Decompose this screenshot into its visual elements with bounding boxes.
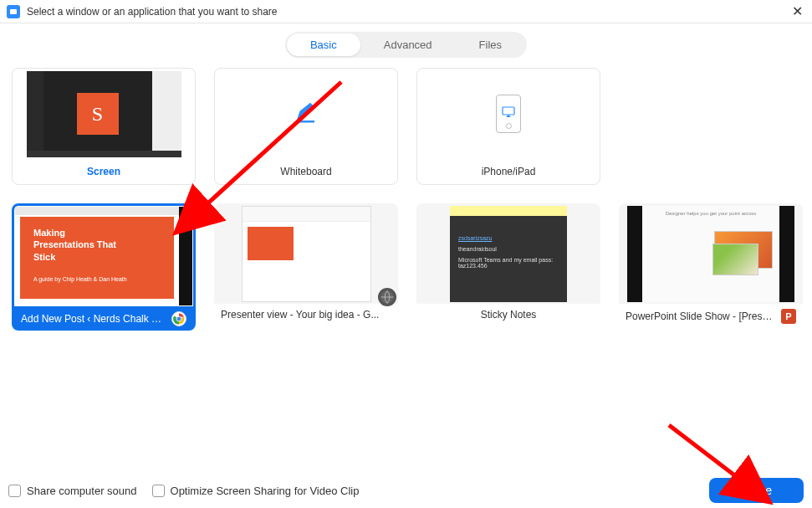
share-sound-checkbox[interactable]: Share computer sound [8, 485, 137, 497]
presenter-window-label: Presenter view - Your big idea - G... [214, 304, 398, 326]
tab-files[interactable]: Files [456, 33, 525, 56]
share-option-powerpoint-window[interactable]: Designer helps you get your point across… [619, 203, 803, 331]
share-option-chrome-window[interactable]: Making Presentations That Stick A guide … [12, 203, 196, 331]
close-button[interactable]: ✕ [789, 3, 805, 20]
airplay-icon [502, 106, 515, 121]
tab-bar: Basic Advanced Files [0, 23, 812, 68]
sticky-window-label: Sticky Notes [416, 304, 600, 326]
zoom-app-icon [7, 5, 20, 18]
chrome-window-label: Add New Post ‹ Nerds Chalk — ... [14, 306, 193, 331]
powerpoint-thumbnail: Designer helps you get your point across [627, 206, 794, 302]
checkbox-icon [152, 485, 165, 497]
chrome-thumbnail: Making Presentations That Stick A guide … [15, 207, 192, 305]
powerpoint-icon: P [781, 309, 796, 324]
share-option-sticky-window[interactable]: zsdsarizsazu theandraidsoul Microsoft Te… [416, 203, 600, 331]
svg-line-7 [669, 425, 740, 480]
sticky-thumbnail: zsdsarizsazu theandraidsoul Microsoft Te… [450, 206, 567, 302]
phone-icon [496, 95, 521, 133]
powerpoint-window-label: PowerPoint Slide Show - [Present... P [619, 304, 803, 329]
globe-icon [378, 288, 396, 306]
footer: Share computer sound Optimize Screen Sha… [0, 473, 812, 508]
optimize-label: Optimize Screen Sharing for Video Clip [171, 485, 360, 497]
iphone-label: iPhone/iPad [482, 159, 536, 184]
share-options-grid: S Screen Whiteboard [0, 68, 812, 331]
share-option-presenter-window[interactable]: Presenter view - Your big idea - G... [214, 203, 398, 331]
orange-square-icon: S [77, 93, 119, 135]
optimize-checkbox[interactable]: Optimize Screen Sharing for Video Clip [152, 485, 360, 497]
screen-thumbnail: S [27, 71, 181, 157]
presenter-thumbnail [242, 206, 371, 302]
share-option-iphone[interactable]: iPhone/iPad [416, 68, 600, 185]
share-button[interactable]: Share [709, 478, 804, 503]
screen-label: Screen [87, 159, 120, 184]
whiteboard-label: Whiteboard [280, 159, 331, 184]
share-option-whiteboard[interactable]: Whiteboard [214, 68, 398, 185]
tab-basic[interactable]: Basic [287, 33, 360, 56]
chrome-icon [171, 311, 186, 326]
window-title: Select a window or an application that y… [27, 6, 789, 18]
titlebar: Select a window or an application that y… [0, 0, 812, 23]
share-option-screen[interactable]: S Screen [12, 68, 196, 185]
share-sound-label: Share computer sound [27, 485, 137, 497]
svg-rect-1 [503, 107, 514, 115]
tab-advanced[interactable]: Advanced [360, 33, 456, 56]
pencil-icon [294, 100, 319, 128]
checkbox-icon [8, 485, 21, 497]
